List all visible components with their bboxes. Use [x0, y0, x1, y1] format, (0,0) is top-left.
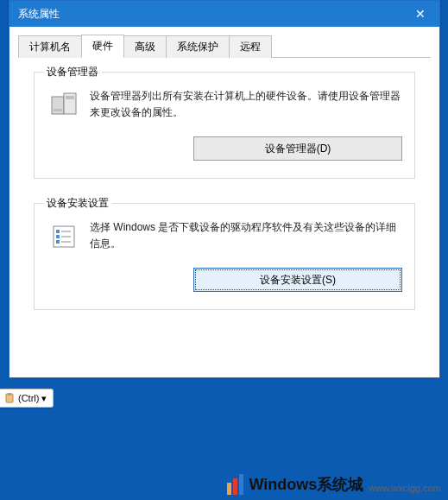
watermark-logo-icon [227, 474, 245, 495]
clipboard-icon [3, 392, 16, 404]
close-button[interactable]: ✕ [401, 1, 439, 27]
svg-rect-2 [66, 96, 74, 99]
group-title: 设备安装设置 [43, 196, 112, 211]
tab-advanced[interactable]: 高级 [123, 35, 167, 58]
tab-computer-name[interactable]: 计算机名 [18, 35, 82, 58]
system-properties-dialog: 系统属性 ✕ 计算机名 硬件 高级 系统保护 远程 设备管理器 [9, 0, 440, 378]
tab-remote[interactable]: 远程 [229, 35, 272, 58]
paste-tag-label: (Ctrl) ▾ [18, 393, 47, 404]
close-icon: ✕ [415, 7, 426, 21]
install-settings-desc: 选择 Windows 是否下载设备的驱动程序软件及有关这些设备的详细信息。 [90, 219, 402, 252]
watermark-brand1: Windows [249, 476, 317, 494]
install-settings-button[interactable]: 设备安装设置(S) [193, 268, 402, 292]
device-manager-group: 设备管理器 设备管理器列出所有安装在计算机上的硬件设备。请使用设备管理器来更改设… [34, 72, 415, 179]
hardware-panel: 设备管理器 设备管理器列出所有安装在计算机上的硬件设备。请使用设备管理器来更改设… [18, 58, 431, 377]
svg-rect-5 [56, 230, 60, 233]
svg-rect-12 [8, 393, 11, 396]
titlebar[interactable]: 系统属性 ✕ [9, 1, 439, 27]
install-settings-group: 设备安装设置 选择 Windows 是否下载设备的驱动程 [34, 203, 415, 310]
tab-system-protection[interactable]: 系统保护 [166, 35, 230, 58]
watermark-brand2: 系统城 [317, 474, 363, 495]
device-manager-desc: 设备管理器列出所有安装在计算机上的硬件设备。请使用设备管理器来更改设备的属性。 [90, 88, 402, 121]
watermark-url: www.wxclgg.com [369, 483, 441, 493]
svg-rect-7 [56, 240, 60, 244]
tab-strip: 计算机名 硬件 高级 系统保护 远程 [18, 34, 431, 58]
group-title: 设备管理器 [43, 65, 102, 79]
window-title: 系统属性 [18, 7, 60, 22]
paste-options-tag[interactable]: (Ctrl) ▾ [0, 389, 54, 408]
watermark: Windows 系统城 www.wxclgg.com [227, 474, 441, 495]
install-settings-icon [47, 219, 81, 254]
svg-rect-3 [54, 109, 62, 111]
device-manager-button[interactable]: 设备管理器(D) [193, 136, 402, 161]
tab-hardware[interactable]: 硬件 [81, 35, 124, 58]
svg-rect-6 [56, 235, 60, 238]
device-manager-icon [47, 88, 81, 123]
